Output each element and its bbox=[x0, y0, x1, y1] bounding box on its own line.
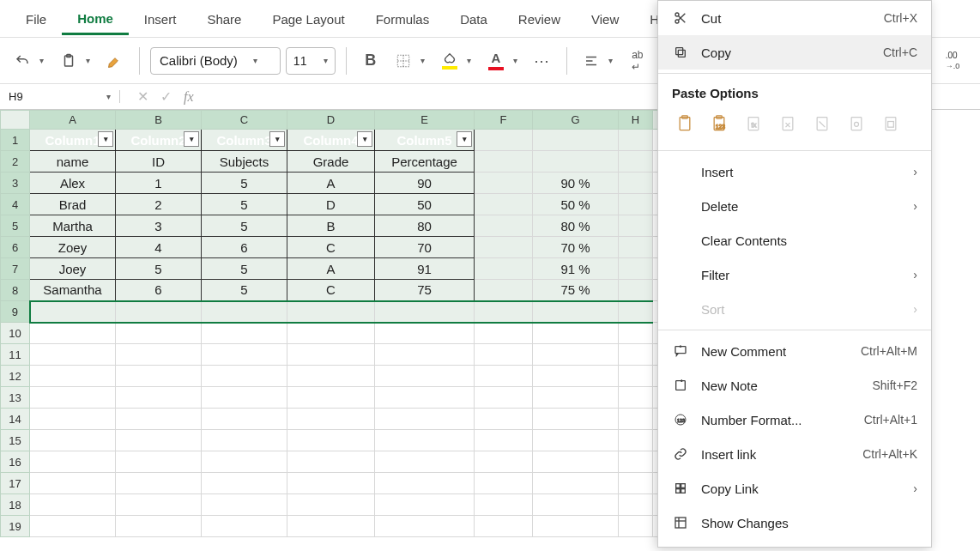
row-header-12[interactable]: 12 bbox=[1, 366, 30, 387]
cell[interactable] bbox=[30, 516, 116, 537]
cell[interactable] bbox=[202, 323, 287, 344]
ctx-new-note[interactable]: New Note Shift+F2 bbox=[658, 368, 931, 403]
ctx-filter[interactable]: Filter › bbox=[658, 257, 931, 292]
cell[interactable] bbox=[475, 473, 533, 494]
cell-e2[interactable]: Percentage bbox=[375, 151, 475, 173]
tab-review[interactable]: Review bbox=[503, 3, 576, 33]
cell-f9[interactable] bbox=[475, 301, 533, 323]
cell-g7[interactable]: 91 % bbox=[533, 258, 619, 280]
cell[interactable] bbox=[30, 366, 116, 387]
row-header-9[interactable]: 9 bbox=[1, 301, 30, 323]
cell[interactable] bbox=[116, 409, 202, 430]
cell[interactable] bbox=[287, 516, 375, 537]
cell[interactable] bbox=[202, 344, 287, 366]
cell-a5[interactable]: Martha bbox=[30, 215, 116, 237]
cell-g6[interactable]: 70 % bbox=[533, 237, 619, 258]
cell[interactable] bbox=[202, 366, 287, 387]
row-header-2[interactable]: 2 bbox=[1, 151, 30, 173]
cell-b3[interactable]: 1 bbox=[116, 173, 202, 194]
cell[interactable] bbox=[533, 516, 619, 537]
col-header-d[interactable]: D bbox=[287, 111, 375, 130]
paste-opt-picture[interactable] bbox=[878, 111, 904, 136]
cell[interactable] bbox=[475, 323, 533, 344]
cell-a7[interactable]: Joey bbox=[30, 258, 116, 280]
cell[interactable] bbox=[287, 409, 375, 430]
cell-b6[interactable]: 4 bbox=[116, 237, 202, 258]
cell[interactable] bbox=[30, 473, 116, 494]
cell[interactable] bbox=[116, 473, 202, 494]
filter-icon[interactable]: ▾ bbox=[357, 131, 372, 147]
cell[interactable] bbox=[475, 344, 533, 366]
cell-d1[interactable]: Column4▾ bbox=[287, 130, 375, 151]
cancel-icon[interactable]: ✕ bbox=[137, 88, 148, 105]
cell-e6[interactable]: 70 bbox=[375, 237, 475, 258]
row-header-14[interactable]: 14 bbox=[1, 409, 30, 430]
cell-d6[interactable]: C bbox=[287, 237, 375, 258]
cell[interactable] bbox=[30, 494, 116, 516]
row-header-10[interactable]: 10 bbox=[1, 323, 30, 344]
increase-decimal-button[interactable]: .00→.0 bbox=[939, 47, 966, 75]
cell-h5[interactable] bbox=[619, 215, 653, 237]
borders-dropdown[interactable]: ▾ bbox=[420, 56, 431, 65]
cell-c6[interactable]: 6 bbox=[202, 237, 287, 258]
cell[interactable] bbox=[202, 430, 287, 451]
more-font-button[interactable]: ⋯ bbox=[529, 47, 556, 75]
cell-f2[interactable] bbox=[475, 151, 533, 173]
cell[interactable] bbox=[375, 409, 475, 430]
cell[interactable] bbox=[202, 516, 287, 537]
cell[interactable] bbox=[116, 430, 202, 451]
row-header-6[interactable]: 6 bbox=[1, 237, 30, 258]
cell[interactable] bbox=[533, 494, 619, 516]
cell-a9[interactable] bbox=[30, 301, 116, 323]
cell-h8[interactable] bbox=[619, 280, 653, 301]
col-header-g[interactable]: G bbox=[533, 111, 619, 130]
tab-view[interactable]: View bbox=[576, 3, 634, 33]
cell[interactable] bbox=[202, 494, 287, 516]
col-header-b[interactable]: B bbox=[116, 111, 202, 130]
cell-e5[interactable]: 80 bbox=[375, 215, 475, 237]
col-header-h[interactable]: H bbox=[619, 111, 653, 130]
cell-e7[interactable]: 91 bbox=[375, 258, 475, 280]
fx-icon[interactable]: fx bbox=[184, 89, 194, 105]
cell-c3[interactable]: 5 bbox=[202, 173, 287, 194]
paste-opt-transpose[interactable] bbox=[775, 111, 801, 136]
font-family-select[interactable]: Calibri (Body) ▾ bbox=[150, 47, 281, 75]
filter-icon[interactable]: ▾ bbox=[457, 131, 472, 147]
paste-opt-formatting[interactable] bbox=[809, 111, 835, 136]
cell[interactable] bbox=[475, 494, 533, 516]
cell[interactable] bbox=[475, 387, 533, 409]
cell-d7[interactable]: A bbox=[287, 258, 375, 280]
cell[interactable] bbox=[287, 430, 375, 451]
cell-b1[interactable]: Column2▾ bbox=[116, 130, 202, 151]
cell-a8[interactable]: Samantha bbox=[30, 280, 116, 301]
cell[interactable] bbox=[533, 323, 619, 344]
cell-e3[interactable]: 90 bbox=[375, 173, 475, 194]
row-header-16[interactable]: 16 bbox=[1, 451, 30, 473]
cell[interactable] bbox=[375, 387, 475, 409]
borders-button[interactable] bbox=[390, 47, 417, 75]
cell-g2[interactable] bbox=[533, 151, 619, 173]
row-header-7[interactable]: 7 bbox=[1, 258, 30, 280]
select-all-corner[interactable] bbox=[1, 111, 30, 130]
cell-h4[interactable] bbox=[619, 194, 653, 215]
row-header-19[interactable]: 19 bbox=[1, 516, 30, 537]
cell[interactable] bbox=[202, 451, 287, 473]
ctx-copy[interactable]: Copy Ctrl+C bbox=[658, 35, 931, 70]
paste-opt-formulas[interactable]: fx bbox=[741, 111, 766, 136]
cell-d9[interactable] bbox=[287, 301, 375, 323]
align-dropdown[interactable]: ▾ bbox=[608, 56, 619, 65]
cell-c7[interactable]: 5 bbox=[202, 258, 287, 280]
cell-d2[interactable]: Grade bbox=[287, 151, 375, 173]
font-color-button[interactable]: A bbox=[482, 47, 510, 75]
cell-h9[interactable] bbox=[619, 301, 653, 323]
filter-icon[interactable]: ▾ bbox=[269, 131, 285, 147]
cell-c2[interactable]: Subjects bbox=[202, 151, 287, 173]
cell[interactable] bbox=[375, 344, 475, 366]
cell-g9[interactable] bbox=[533, 301, 619, 323]
tab-page-layout[interactable]: Page Layout bbox=[257, 3, 360, 33]
cell[interactable] bbox=[475, 366, 533, 387]
cell[interactable] bbox=[30, 451, 116, 473]
tab-file[interactable]: File bbox=[10, 3, 62, 33]
col-header-a[interactable]: A bbox=[30, 111, 116, 130]
cell-b9[interactable] bbox=[116, 301, 202, 323]
